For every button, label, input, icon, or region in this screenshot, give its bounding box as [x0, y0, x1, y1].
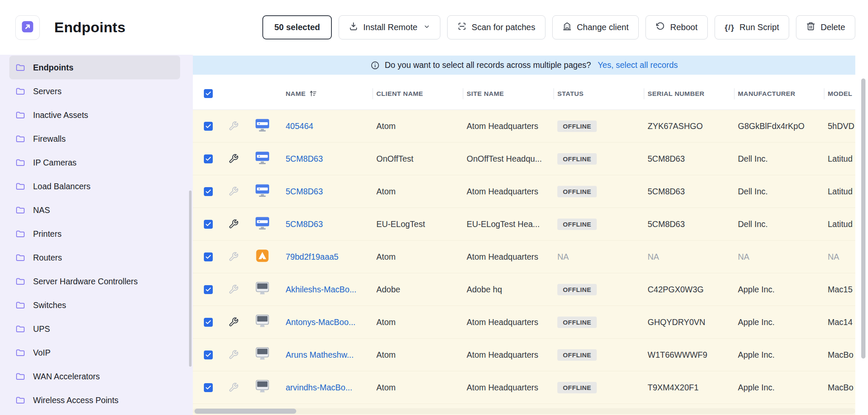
- sidebar-item-inactive-assets[interactable]: Inactive Assets: [9, 103, 180, 127]
- select-all-checkbox[interactable]: [204, 89, 213, 98]
- maintenance-tools-icon[interactable]: [223, 317, 245, 327]
- sidebar-item-server-hardware-controllers[interactable]: Server Hardware Controllers: [9, 269, 180, 293]
- code-braces-icon: {/}: [725, 23, 734, 32]
- row-checkbox[interactable]: [204, 383, 213, 392]
- endpoint-name-link[interactable]: Akhileshs-MacBo...: [286, 285, 356, 294]
- endpoint-name-link[interactable]: Aruns Matheshw...: [286, 350, 353, 359]
- delete-button[interactable]: Delete: [796, 15, 855, 39]
- manufacturer-cell: NA: [738, 252, 828, 262]
- sidebar-item-wireless-access-points[interactable]: Wireless Access Points: [9, 388, 180, 412]
- app-logo-button[interactable]: [15, 15, 40, 40]
- maintenance-tools-icon: [223, 186, 245, 196]
- endpoint-name-link[interactable]: 5CM8D63: [286, 219, 323, 229]
- table-row: Akhileshs-MacBo... Adobe Adobe hq OFFLIN…: [193, 273, 855, 306]
- endpoint-name-link[interactable]: 79bd2f19aaa5: [286, 252, 339, 261]
- serial-number-cell: C42PGX0W3G: [648, 285, 738, 294]
- select-all-records-link[interactable]: Yes, select all records: [598, 60, 678, 70]
- windows-device-icon: [255, 216, 270, 232]
- sidebar-item-printers[interactable]: Printers: [9, 222, 180, 246]
- sidebar-item-switches[interactable]: Switches: [9, 293, 180, 317]
- status-cell: OFFLINE: [557, 153, 648, 165]
- mac-device-icon: [255, 380, 270, 395]
- endpoint-name-link[interactable]: arvindhs-MacBo...: [286, 383, 352, 392]
- column-header-client-name[interactable]: CLIENT NAME: [376, 90, 467, 98]
- horizontal-scrollbar-thumb[interactable]: [195, 409, 296, 414]
- column-header-site-name[interactable]: SITE NAME: [467, 90, 557, 98]
- manufacturer-cell: Dell Inc.: [738, 187, 828, 196]
- client-name-cell: Atom: [376, 252, 467, 262]
- reboot-button[interactable]: Reboot: [645, 15, 708, 39]
- row-checkbox[interactable]: [204, 318, 213, 327]
- info-icon: [370, 61, 380, 70]
- client-name-cell: Atom: [376, 121, 467, 131]
- folder-icon: [15, 395, 25, 405]
- model-cell: Mac15: [828, 285, 855, 294]
- chevron-down-icon: [423, 22, 430, 32]
- vertical-scrollbar-thumb[interactable]: [861, 79, 865, 359]
- row-checkbox[interactable]: [204, 351, 213, 359]
- site-name-cell: OnOffTest Headqu...: [467, 154, 557, 164]
- folder-icon: [15, 252, 25, 263]
- maintenance-tools-icon[interactable]: [223, 154, 245, 164]
- row-checkbox[interactable]: [204, 285, 213, 294]
- sidebar-item-servers[interactable]: Servers: [9, 79, 180, 103]
- model-cell: NA: [828, 252, 855, 262]
- linux-device-icon: [255, 249, 270, 264]
- change-client-button[interactable]: Change client: [552, 15, 639, 39]
- row-checkbox[interactable]: [204, 122, 213, 131]
- mac-device-icon: [255, 282, 270, 297]
- scan-for-patches-button[interactable]: Scan for patches: [447, 15, 545, 39]
- manufacturer-cell: Dell Inc.: [738, 219, 828, 229]
- sidebar-item-voip[interactable]: VoIP: [9, 341, 180, 365]
- table-row: arvindhs-MacBo... Atom Atom Headquarters…: [193, 371, 855, 404]
- endpoint-name-link[interactable]: 5CM8D63: [286, 154, 323, 163]
- folder-icon: [15, 229, 25, 239]
- status-cell: OFFLINE: [557, 186, 648, 197]
- endpoint-name-link[interactable]: 5CM8D63: [286, 187, 323, 196]
- status-badge: OFFLINE: [557, 284, 597, 295]
- sidebar-item-load-balancers[interactable]: Load Balancers: [9, 174, 180, 198]
- row-checkbox[interactable]: [204, 187, 213, 196]
- selected-count-button[interactable]: 50 selected: [262, 15, 332, 39]
- manufacturer-cell: Apple Inc.: [738, 383, 828, 393]
- serial-number-cell: GHQYDRY0VN: [648, 317, 738, 327]
- sidebar: EndpointsServersInactive AssetsFirewalls…: [0, 55, 193, 415]
- folder-icon: [15, 134, 25, 144]
- row-checkbox[interactable]: [204, 252, 213, 261]
- sidebar-item-partial[interactable]: [9, 412, 180, 415]
- column-header-serial-number[interactable]: SERIAL NUMBER: [648, 90, 738, 98]
- sort-icon[interactable]: [309, 90, 317, 98]
- table-row: 5CM8D63 OnOffTest OnOffTest Headqu... OF…: [193, 143, 855, 175]
- install-remote-button[interactable]: Install Remote: [339, 15, 440, 39]
- status-badge: OFFLINE: [557, 121, 597, 132]
- column-header-manufacturer[interactable]: MANUFACTURER: [738, 90, 828, 98]
- client-name-cell: EU-ELogTest: [376, 219, 467, 229]
- sidebar-item-routers[interactable]: Routers: [9, 246, 180, 269]
- sidebar-scrollbar-thumb[interactable]: [189, 191, 192, 367]
- status-badge: OFFLINE: [557, 382, 597, 393]
- column-header-model[interactable]: MODEL: [828, 90, 855, 98]
- column-header-status[interactable]: STATUS: [557, 90, 648, 98]
- folder-icon: [15, 181, 25, 191]
- model-cell: Latitud: [828, 187, 855, 196]
- sidebar-item-endpoints[interactable]: Endpoints: [9, 56, 180, 79]
- scan-icon: [457, 22, 467, 33]
- endpoint-name-link[interactable]: Antonys-MacBoo...: [286, 317, 356, 327]
- client-name-cell: Atom: [376, 383, 467, 393]
- row-checkbox[interactable]: [204, 154, 213, 163]
- sidebar-item-ups[interactable]: UPS: [9, 317, 180, 341]
- sidebar-item-ip-cameras[interactable]: IP Cameras: [9, 151, 180, 174]
- client-name-cell: Atom: [376, 187, 467, 196]
- maintenance-tools-icon[interactable]: [223, 219, 245, 229]
- serial-number-cell: 5CM8D63: [648, 187, 738, 196]
- sidebar-item-wan-accelerators[interactable]: WAN Accelerators: [9, 365, 180, 388]
- table-body: 405464 Atom Atom Headquarters OFFLINE ZY…: [193, 110, 855, 415]
- client-name-cell: Atom: [376, 317, 467, 327]
- trash-icon: [806, 22, 815, 33]
- sidebar-item-firewalls[interactable]: Firewalls: [9, 127, 180, 151]
- endpoint-name-link[interactable]: 405464: [286, 121, 313, 131]
- sidebar-item-nas[interactable]: NAS: [9, 198, 180, 222]
- run-script-button[interactable]: {/} Run Script: [715, 15, 789, 39]
- row-checkbox[interactable]: [204, 220, 213, 229]
- column-header-name[interactable]: NAME: [286, 90, 376, 98]
